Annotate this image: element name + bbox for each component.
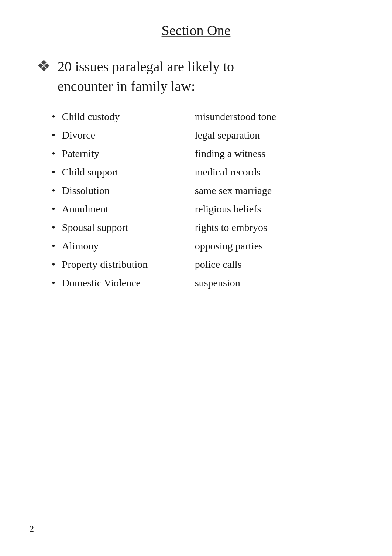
intro-text: 20 issues paralegal are likely to encoun… [58,57,234,96]
list-item-right: legal separation [188,129,260,141]
bullet-icon: • [52,278,55,288]
list-item-right: religious beliefs [188,203,261,215]
bullet-icon: • [52,204,55,214]
list-item-left: Divorce [62,129,188,141]
list-item-right: police calls [188,259,242,270]
list-item-right: rights to embryos [188,222,267,233]
list-row: •Divorcelegal separation [52,129,362,141]
list-item-right: misunderstood tone [188,111,276,123]
section-title: Section One [30,22,362,38]
list-item-right: suspension [188,277,240,289]
list-item-left: Property distribution [62,259,188,270]
list-item-left: Spousal support [62,222,188,233]
bullet-icon: • [52,167,55,177]
list-item-right: opposing parties [188,240,263,252]
page-container: Section One ❖ 20 issues paralegal are li… [0,0,392,556]
list-item-left: Alimony [62,240,188,252]
bullet-icon: • [52,112,55,122]
list-item-left: Domestic Violence [62,277,188,289]
list-item-right: medical records [188,166,261,178]
items-list: •Child custodymisunderstood tone•Divorce… [30,111,362,289]
bullet-icon: • [52,241,55,251]
list-row: •Annulmentreligious beliefs [52,203,362,215]
list-row: •Child supportmedical records [52,166,362,178]
page-number: 2 [30,524,34,534]
list-item-left: Dissolution [62,185,188,197]
bullet-icon: • [52,130,55,140]
list-item-right: same sex marriage [188,185,272,197]
diamond-icon: ❖ [37,57,51,75]
list-row: •Domestic Violencesuspension [52,277,362,289]
list-row: •Child custodymisunderstood tone [52,111,362,123]
intro-block: ❖ 20 issues paralegal are likely to enco… [30,57,362,96]
list-item-left: Annulment [62,203,188,215]
bullet-icon: • [52,149,55,159]
list-item-left: Paternity [62,148,188,160]
list-row: •Alimonyopposing parties [52,240,362,252]
list-row: •Paternityfinding a witness [52,148,362,160]
intro-line1: 20 issues paralegal are likely to [58,59,234,74]
intro-line2: encounter in family law: [58,78,195,94]
list-row: •Dissolutionsame sex marriage [52,185,362,197]
list-item-left: Child custody [62,111,188,123]
list-item-right: finding a witness [188,148,265,160]
bullet-icon: • [52,259,55,270]
list-item-left: Child support [62,166,188,178]
bullet-icon: • [52,185,55,196]
list-row: •Spousal supportrights to embryos [52,222,362,233]
bullet-icon: • [52,222,55,233]
list-row: •Property distributionpolice calls [52,259,362,270]
